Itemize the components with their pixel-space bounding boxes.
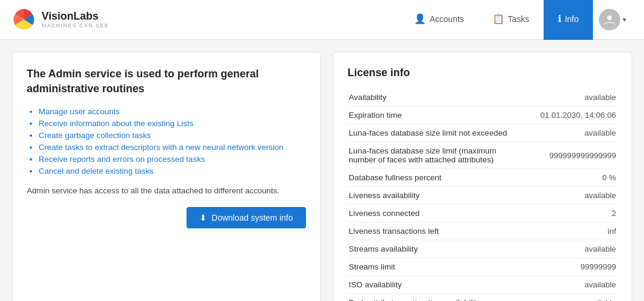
table-row: Database fullness percent0 % xyxy=(348,169,617,187)
nav-accounts[interactable]: 👤 Accounts xyxy=(400,0,478,40)
left-panel: The Admin service is used to perform gen… xyxy=(12,52,321,301)
table-row: Streams limit99999999 xyxy=(348,258,617,276)
table-row: ISO availabilityavailable xyxy=(348,276,617,294)
row-label: Liveness transactions left xyxy=(348,222,523,240)
row-value: available xyxy=(523,240,617,258)
nav-accounts-label: Accounts xyxy=(430,14,464,24)
svg-point-1 xyxy=(607,15,612,20)
right-panel: License info AvailabilityavailableExpira… xyxy=(333,52,632,301)
row-label: Liveness connected xyxy=(348,205,523,222)
list-item: Create tasks to extract descriptors with… xyxy=(39,143,306,152)
logo-icon xyxy=(12,8,36,32)
download-icon: ⬇ xyxy=(200,213,207,222)
license-table: AvailabilityavailableExpiration time01.0… xyxy=(348,89,617,301)
feature-list: Manage user accounts Receive information… xyxy=(27,107,306,175)
table-row: Expiration time01.01.2030, 14:06:06 xyxy=(348,106,617,124)
table-row: Liveness transactions leftinf xyxy=(348,222,617,240)
logo-name: VisionLabs xyxy=(42,11,109,23)
row-label: Liveness availability xyxy=(348,187,523,205)
table-row: Streams availabilityavailable xyxy=(348,240,617,258)
logo-tagline: MACHINES CAN SEE xyxy=(42,23,109,29)
row-value: inf xyxy=(523,222,617,240)
row-label: Luna-faces database size limit not excee… xyxy=(348,124,523,142)
list-item: Manage user accounts xyxy=(39,107,306,116)
row-value: 01.01.2030, 14:06:06 xyxy=(523,106,617,124)
row-value: 999999999999999 xyxy=(523,142,617,169)
table-row: Liveness availabilityavailable xyxy=(348,187,617,205)
info-icon: ℹ xyxy=(558,13,561,24)
row-value: available xyxy=(523,294,617,302)
nav-info-label: Info xyxy=(565,14,579,24)
user-menu[interactable]: ▾ xyxy=(593,9,632,30)
row-label: Expiration time xyxy=(348,106,523,124)
table-row: Liveness connected2 xyxy=(348,205,617,222)
list-item: Cancel and delete existing tasks xyxy=(39,167,306,175)
table-row: Luna-faces database size limit (maximum … xyxy=(348,142,617,169)
accounts-icon: 👤 xyxy=(414,13,426,24)
panel-title: The Admin service is used to perform gen… xyxy=(27,67,306,96)
tasks-icon: 📋 xyxy=(493,13,504,24)
list-item: Create garbage collection tasks xyxy=(39,131,306,140)
table-row: Body attributes estimation availabilitya… xyxy=(348,294,617,302)
list-item: Receive information about the existing L… xyxy=(39,119,306,128)
license-title: License info xyxy=(348,67,617,79)
header: VisionLabs MACHINES CAN SEE 👤 Accounts 📋… xyxy=(0,0,644,40)
row-label: Luna-faces database size limit (maximum … xyxy=(348,142,523,169)
table-row: Availabilityavailable xyxy=(348,89,617,106)
row-label: Availability xyxy=(348,89,523,106)
main-nav: 👤 Accounts 📋 Tasks ℹ Info xyxy=(400,0,593,40)
logo-area: VisionLabs MACHINES CAN SEE xyxy=(12,8,400,32)
row-value: available xyxy=(523,187,617,205)
download-btn-label: Download system info xyxy=(211,213,293,222)
table-row: Luna-faces database size limit not excee… xyxy=(348,124,617,142)
row-label: ISO availability xyxy=(348,276,523,294)
row-value: available xyxy=(523,276,617,294)
main-content: The Admin service is used to perform gen… xyxy=(0,40,644,301)
panel-note: Admin service has access to all the data… xyxy=(27,186,306,195)
row-label: Body attributes estimation availability xyxy=(348,294,523,302)
chevron-down-icon: ▾ xyxy=(623,15,626,24)
row-value: 2 xyxy=(523,205,617,222)
download-system-info-button[interactable]: ⬇ Download system info xyxy=(187,207,306,228)
avatar xyxy=(599,9,620,30)
nav-info[interactable]: ℹ Info xyxy=(544,0,593,40)
nav-tasks[interactable]: 📋 Tasks xyxy=(478,0,544,40)
row-label: Streams availability xyxy=(348,240,523,258)
logo-text: VisionLabs MACHINES CAN SEE xyxy=(42,11,109,29)
nav-tasks-label: Tasks xyxy=(508,14,529,24)
list-item: Receive reports and errors on processed … xyxy=(39,155,306,164)
row-value: available xyxy=(523,89,617,106)
row-label: Streams limit xyxy=(348,258,523,276)
row-label: Database fullness percent xyxy=(348,169,523,187)
row-value: available xyxy=(523,124,617,142)
row-value: 0 % xyxy=(523,169,617,187)
row-value: 99999999 xyxy=(523,258,617,276)
